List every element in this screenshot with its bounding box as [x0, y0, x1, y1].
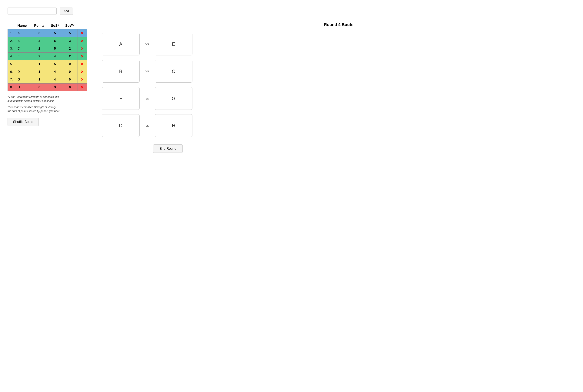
delete-cell: ✕	[78, 30, 87, 37]
name-cell: C	[15, 45, 31, 52]
table-row: 4.E242✕	[8, 52, 87, 60]
bout-player1-card[interactable]: A	[102, 33, 140, 56]
table-row: 1.A355✕	[8, 30, 87, 37]
points-cell: 1	[31, 76, 48, 84]
vs-label: vs	[143, 96, 151, 100]
bout-row: BvsC	[102, 60, 234, 82]
name-cell: H	[15, 84, 31, 91]
footnote1: * First Tiebreaker: Strength of Schedule…	[8, 95, 60, 103]
sov-cell: 2	[62, 52, 78, 60]
player-name-input[interactable]	[8, 8, 57, 15]
standings-table: Name Points SoS* SoV** 1.A355✕2.B263✕3.C…	[8, 22, 87, 91]
delete-player-button[interactable]: ✕	[81, 85, 84, 90]
vs-label: vs	[143, 124, 151, 128]
rank-cell: 8.	[8, 84, 15, 91]
left-panel: Name Points SoS* SoV** 1.A355✕2.B263✕3.C…	[8, 22, 87, 126]
sos-cell: 5	[48, 45, 62, 52]
table-row: 6.D140✕	[8, 68, 87, 76]
table-row: 3.C252✕	[8, 45, 87, 52]
rank-cell: 5.	[8, 60, 15, 68]
vs-label: vs	[143, 42, 151, 46]
sos-cell: 3	[48, 84, 62, 91]
col-sov: SoV**	[62, 22, 78, 30]
table-row: 5.F150✕	[8, 60, 87, 68]
end-round-button[interactable]: End Round	[153, 144, 183, 153]
table-row: 2.B263✕	[8, 37, 87, 45]
delete-player-button[interactable]: ✕	[81, 54, 84, 59]
rank-cell: 7.	[8, 76, 15, 84]
delete-cell: ✕	[78, 76, 87, 84]
points-cell: 2	[31, 52, 48, 60]
round-title: Round 4 Bouts	[102, 22, 575, 27]
sos-cell: 4	[48, 52, 62, 60]
name-cell: G	[15, 76, 31, 84]
bout-player2-card[interactable]: G	[155, 87, 192, 110]
rank-cell: 4.	[8, 52, 15, 60]
table-row: 8.H030✕	[8, 84, 87, 91]
bout-player2-card[interactable]: E	[155, 33, 192, 56]
sos-cell: 4	[48, 76, 62, 84]
col-sos: SoS*	[48, 22, 62, 30]
points-cell: 0	[31, 84, 48, 91]
table-row: 7.G140✕	[8, 76, 87, 84]
rank-cell: 1.	[8, 30, 15, 37]
sos-cell: 4	[48, 68, 62, 76]
name-cell: A	[15, 30, 31, 37]
delete-cell: ✕	[78, 52, 87, 60]
add-button[interactable]: Add	[60, 8, 73, 15]
points-cell: 2	[31, 37, 48, 45]
sov-cell: 0	[62, 60, 78, 68]
rank-cell: 2.	[8, 37, 15, 45]
delete-player-button[interactable]: ✕	[81, 31, 84, 36]
delete-cell: ✕	[78, 37, 87, 45]
col-delete-header	[78, 22, 87, 30]
col-points: Points	[31, 22, 48, 30]
delete-player-button[interactable]: ✕	[81, 62, 84, 66]
delete-player-button[interactable]: ✕	[81, 46, 84, 51]
bout-player1-card[interactable]: D	[102, 114, 140, 137]
sos-cell: 6	[48, 37, 62, 45]
col-rank	[8, 22, 15, 30]
rank-cell: 3.	[8, 45, 15, 52]
footnote2: ** Second Tiebreaker: Strength of Victor…	[8, 105, 60, 113]
points-cell: 1	[31, 60, 48, 68]
delete-player-button[interactable]: ✕	[81, 70, 84, 74]
sov-cell: 5	[62, 30, 78, 37]
delete-cell: ✕	[78, 60, 87, 68]
points-cell: 2	[31, 45, 48, 52]
col-name: Name	[15, 22, 31, 30]
name-cell: D	[15, 68, 31, 76]
sov-cell: 2	[62, 45, 78, 52]
rank-cell: 6.	[8, 68, 15, 76]
delete-cell: ✕	[78, 84, 87, 91]
bout-player1-card[interactable]: F	[102, 87, 140, 110]
delete-cell: ✕	[78, 45, 87, 52]
bout-player1-card[interactable]: B	[102, 60, 140, 82]
delete-player-button[interactable]: ✕	[81, 77, 84, 82]
bout-player2-card[interactable]: H	[155, 114, 192, 137]
shuffle-bouts-button[interactable]: Shuffle Bouts	[8, 118, 39, 126]
points-cell: 3	[31, 30, 48, 37]
points-cell: 1	[31, 68, 48, 76]
bouts-grid: AvsEBvsCFvsGDvsH	[102, 33, 234, 137]
bout-row: FvsG	[102, 87, 234, 110]
bout-row: DvsH	[102, 114, 234, 137]
name-cell: F	[15, 60, 31, 68]
sos-cell: 5	[48, 30, 62, 37]
bout-row: AvsE	[102, 33, 234, 56]
name-cell: E	[15, 52, 31, 60]
sov-cell: 0	[62, 76, 78, 84]
right-panel: Round 4 Bouts AvsEBvsCFvsGDvsH End Round	[102, 22, 575, 153]
delete-player-button[interactable]: ✕	[81, 39, 84, 43]
vs-label: vs	[143, 70, 151, 73]
name-cell: B	[15, 37, 31, 45]
delete-cell: ✕	[78, 68, 87, 76]
sov-cell: 3	[62, 37, 78, 45]
bout-player2-card[interactable]: C	[155, 60, 192, 82]
sos-cell: 5	[48, 60, 62, 68]
sov-cell: 0	[62, 84, 78, 91]
sov-cell: 0	[62, 68, 78, 76]
footnotes: * First Tiebreaker: Strength of Schedule…	[8, 95, 60, 113]
